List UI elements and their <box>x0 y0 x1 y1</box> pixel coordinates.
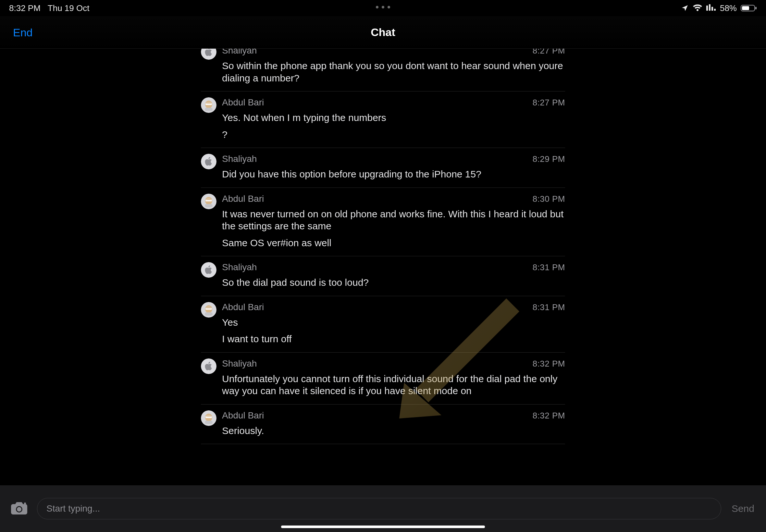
camera-icon <box>10 500 29 517</box>
svg-rect-5 <box>742 6 749 10</box>
camera-button[interactable] <box>10 499 29 518</box>
svg-point-30 <box>17 507 21 512</box>
message-row: Shaliyah8:31 PMSo the dial pad sound is … <box>201 256 565 296</box>
svg-rect-16 <box>205 204 213 207</box>
avatar-memoji-icon <box>201 410 216 426</box>
svg-rect-1 <box>709 4 711 11</box>
svg-rect-10 <box>205 103 212 105</box>
message-row: Abdul Bari8:30 PMIt was never turned on … <box>201 188 565 257</box>
message-author: Abdul Bari <box>222 97 264 108</box>
message-timestamp: 8:31 PM <box>533 262 565 272</box>
message-line: It was never turned on on old phone and … <box>222 208 565 232</box>
message-author: Shaliyah <box>222 49 257 56</box>
message-row: Shaliyah8:32 PMUnfortunately you cannot … <box>201 353 565 405</box>
message-author: Abdul Bari <box>222 194 264 204</box>
nav-bar: End Chat <box>0 16 766 49</box>
svg-rect-2 <box>711 7 713 11</box>
message-timestamp: 8:29 PM <box>533 154 565 164</box>
message-author: Abdul Bari <box>222 410 264 421</box>
status-date: Thu 19 Oct <box>48 3 90 13</box>
message-line: Seriously. <box>222 425 565 437</box>
location-icon <box>681 4 689 12</box>
svg-rect-26 <box>205 421 213 424</box>
status-bar: 8:32 PM Thu 19 Oct 58% <box>0 0 766 16</box>
avatar-memoji-icon <box>201 194 216 209</box>
status-time: 8:32 PM <box>9 3 41 13</box>
message-line: Yes <box>222 316 565 329</box>
svg-rect-6 <box>755 7 757 9</box>
message-body: YesI want to turn off <box>222 316 565 345</box>
avatar-memoji-icon <box>201 97 216 113</box>
battery-percent: 58% <box>720 3 737 13</box>
message-line: Same OS ver#ion as well <box>222 237 565 249</box>
message-timestamp: 8:31 PM <box>533 302 565 312</box>
message-row: Abdul Bari8:31 PMYesI want to turn off <box>201 296 565 353</box>
message-timestamp: 8:27 PM <box>533 49 565 56</box>
message-line: Did you have this option before upgradin… <box>222 168 565 180</box>
svg-rect-21 <box>205 312 213 316</box>
message-body: Seriously. <box>222 425 565 437</box>
svg-point-31 <box>24 502 26 504</box>
message-author: Abdul Bari <box>222 302 264 312</box>
page-title: Chat <box>371 26 395 39</box>
avatar-apple-icon <box>201 154 216 169</box>
input-bar: Send <box>0 485 766 532</box>
message-line: So within the phone app thank you so you… <box>222 60 565 84</box>
end-button[interactable]: End <box>13 26 33 39</box>
message-author: Shaliyah <box>222 358 257 369</box>
message-input[interactable] <box>37 498 721 519</box>
svg-rect-20 <box>205 308 212 310</box>
send-button[interactable]: Send <box>730 503 756 514</box>
avatar-memoji-icon <box>201 302 216 318</box>
message-row: Abdul Bari8:27 PMYes. Not when I m typin… <box>201 91 565 148</box>
message-line: So the dial pad sound is too loud? <box>222 276 565 289</box>
svg-rect-15 <box>205 200 212 201</box>
message-line: ? <box>222 128 565 141</box>
message-timestamp: 8:27 PM <box>533 98 565 108</box>
battery-icon <box>741 4 757 12</box>
conversation-scroll[interactable]: Shaliyah8:27 PMSo within the phone app t… <box>0 49 766 485</box>
message-body: Did you have this option before upgradin… <box>222 168 565 180</box>
message-line: Unfortunately you cannot turn off this i… <box>222 373 565 397</box>
status-right: 58% <box>681 3 757 13</box>
message-body: So the dial pad sound is too loud? <box>222 276 565 289</box>
home-indicator[interactable] <box>281 526 485 528</box>
multitask-grabber[interactable] <box>376 6 390 8</box>
message-author: Shaliyah <box>222 262 257 272</box>
message-row: Shaliyah8:29 PMDid you have this option … <box>201 148 565 188</box>
control-center-icon <box>706 4 716 12</box>
svg-rect-25 <box>205 417 212 418</box>
svg-rect-11 <box>205 108 213 111</box>
message-body: Unfortunately you cannot turn off this i… <box>222 373 565 397</box>
avatar-apple-icon <box>201 49 216 60</box>
message-timestamp: 8:32 PM <box>533 411 565 421</box>
message-line: I want to turn off <box>222 333 565 345</box>
message-line: Yes. Not when I m typing the numbers <box>222 112 565 124</box>
svg-rect-0 <box>706 6 708 11</box>
message-timestamp: 8:30 PM <box>533 194 565 204</box>
message-row: Abdul Bari8:32 PMSeriously. <box>201 405 565 444</box>
message-body: So within the phone app thank you so you… <box>222 60 565 84</box>
wifi-icon <box>693 4 702 12</box>
avatar-apple-icon <box>201 262 216 278</box>
message-thread: Shaliyah8:27 PMSo within the phone app t… <box>201 49 565 444</box>
status-left: 8:32 PM Thu 19 Oct <box>9 3 89 13</box>
message-row: Shaliyah8:27 PMSo within the phone app t… <box>201 49 565 91</box>
message-author: Shaliyah <box>222 154 257 164</box>
message-timestamp: 8:32 PM <box>533 359 565 369</box>
avatar-apple-icon <box>201 358 216 374</box>
message-body: It was never turned on on old phone and … <box>222 208 565 249</box>
svg-rect-3 <box>714 9 716 11</box>
message-body: Yes. Not when I m typing the numbers? <box>222 112 565 140</box>
